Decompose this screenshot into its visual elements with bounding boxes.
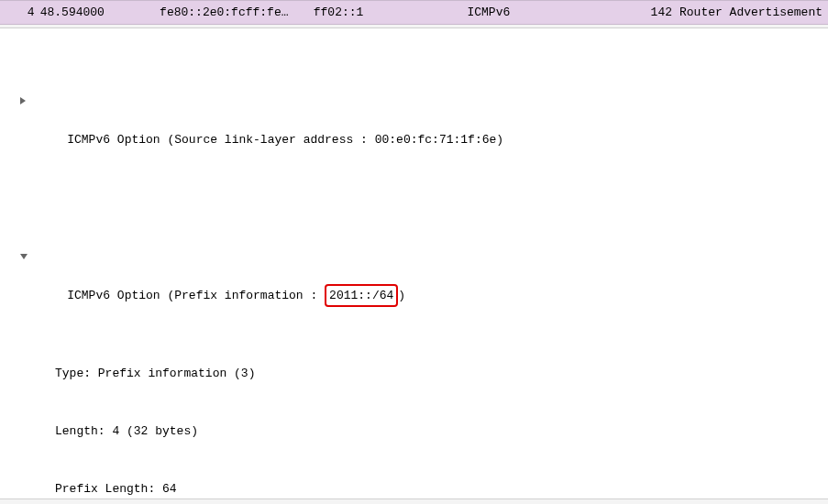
tree-label-post: ) [398,289,405,302]
col-dst: ff02::1 [314,3,468,22]
tree-item[interactable]: Length: 4 (32 bytes) [4,422,824,441]
col-proto: ICMPv6 [467,3,637,22]
tree-label: Type: Prefix information (3) [55,367,255,380]
col-len: 142 [638,3,672,22]
tree-item[interactable]: Type: Prefix information (3) [4,364,824,383]
col-time: 48.594000 [40,3,160,22]
col-no: 4 [6,3,40,22]
tree-item[interactable]: Prefix Length: 64 [4,479,824,499]
packet-detail-pane[interactable]: ICMPv6 Option (Source link-layer address… [0,28,828,504]
tree-label-pre: ICMPv6 Option (Prefix information : [67,289,325,302]
tree-label: Length: 4 (32 bytes) [55,424,198,438]
tree-item-linklayer[interactable]: ICMPv6 Option (Source link-layer address… [4,92,824,169]
tree-label: ICMPv6 Option (Source link-layer address… [67,133,503,147]
col-src: fe80::2e0:fcff:fe… [160,3,314,22]
tree-item-prefix-option-1[interactable]: ICMPv6 Option (Prefix information : 2011… [4,247,824,325]
caret-down-icon[interactable] [20,254,28,259]
packet-list-row[interactable]: 4 48.594000 fe80::2e0:fcff:fe… ff02::1 I… [0,0,828,25]
caret-right-icon[interactable] [20,97,26,104]
tree-label: Prefix Length: 64 [55,482,177,496]
col-info: Router Advertisement [672,3,822,22]
highlight-prefix-1: 2011::/64 [325,284,398,307]
pane-splitter-bottom[interactable] [0,499,828,504]
